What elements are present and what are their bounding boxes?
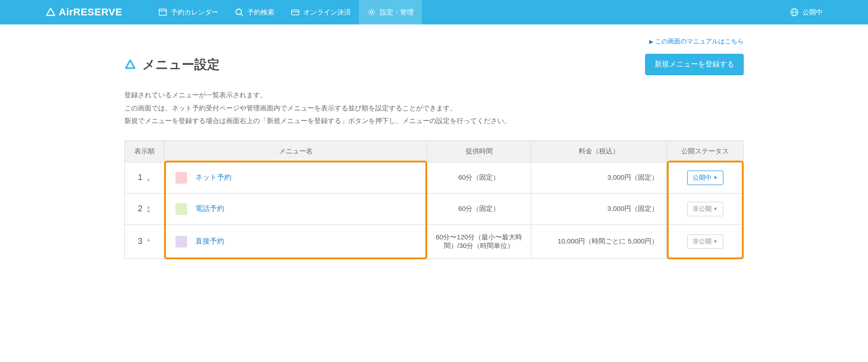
status-dropdown[interactable]: 非公開▼ xyxy=(687,202,723,216)
manual-link[interactable]: ▶ この画面のマニュアルはこちら xyxy=(649,38,744,46)
desc-line-3: 新規でメニューを登録する場合は画面右上の「新規メニューを登録する」ボタンを押下し… xyxy=(124,114,744,128)
search-icon xyxy=(235,8,244,17)
nav-settings-label: 設定・管理 xyxy=(380,8,414,17)
color-swatch xyxy=(175,236,187,248)
cell-time: 60分（固定） xyxy=(427,193,531,224)
cell-status: 非公開▼ xyxy=(667,193,744,224)
sort-arrows: ▲▼ xyxy=(146,173,151,182)
order-number: 3 xyxy=(138,237,142,246)
svg-rect-4 xyxy=(292,10,299,15)
th-name: メニュー名 xyxy=(165,140,427,162)
sort-arrows: ▲▼ xyxy=(146,205,151,214)
nav-search[interactable]: 予約検索 xyxy=(226,0,283,24)
cell-price: 10,000円（時間ごとに 5,000円） xyxy=(531,224,667,258)
status-label: 非公開 xyxy=(693,238,712,246)
chevron-down-icon: ▼ xyxy=(713,175,718,180)
order-number: 1 xyxy=(138,173,142,182)
sort-down-icon[interactable]: ▼ xyxy=(146,178,151,182)
nav-payment-label: オンライン決済 xyxy=(303,8,351,17)
play-icon: ▶ xyxy=(649,38,653,45)
page-title: メニュー設定 xyxy=(124,56,220,73)
status-label: 公開中 xyxy=(693,174,712,182)
publish-status-label: 公開中 xyxy=(802,8,823,17)
svg-point-2 xyxy=(236,9,241,14)
new-menu-button[interactable]: 新規メニューを登録する xyxy=(645,54,744,75)
sort-arrows: ▲▼ xyxy=(146,237,151,246)
chevron-down-icon: ▼ xyxy=(713,206,718,211)
th-status: 公開ステータス xyxy=(667,140,744,162)
sort-up-icon[interactable]: ▲ xyxy=(146,205,151,209)
cell-price: 3,000円（固定） xyxy=(531,193,667,224)
menu-table: 表示順 メニュー名 提供時間 料金（税込） 公開ステータス 1▲▼ネット予約60… xyxy=(124,140,744,259)
nav-calendar[interactable]: 予約カレンダー xyxy=(150,0,226,24)
sort-up-icon[interactable]: ▲ xyxy=(146,237,151,242)
title-logo-icon xyxy=(124,59,136,71)
page-title-text: メニュー設定 xyxy=(142,56,220,73)
cell-price: 3,000円（固定） xyxy=(531,162,667,193)
svg-line-3 xyxy=(241,14,243,16)
nav-calendar-label: 予約カレンダー xyxy=(171,8,218,17)
nav-settings[interactable]: 設定・管理 xyxy=(359,0,422,24)
brand-name: AirRESERVE xyxy=(59,6,122,18)
cell-status: 公開中▼ xyxy=(667,162,744,193)
desc-line-2: この画面では、ネット予約受付ページや管理画面内でメニューを表示する並び順を設定す… xyxy=(124,102,744,115)
brand-logo[interactable]: AirRESERVE xyxy=(0,0,132,24)
brand-logo-icon xyxy=(45,7,56,18)
table-row: 1▲▼ネット予約60分（固定）3,000円（固定）公開中▼ xyxy=(125,162,744,193)
th-order: 表示順 xyxy=(125,140,165,162)
cell-order: 3▲▼ xyxy=(125,224,165,258)
menu-name-link[interactable]: ネット予約 xyxy=(195,173,231,182)
cell-order: 1▲▼ xyxy=(125,162,165,193)
page-content: ▶ この画面のマニュアルはこちら メニュー設定 新規メニューを登録する 登録され… xyxy=(124,24,744,277)
title-row: メニュー設定 新規メニューを登録する xyxy=(124,54,744,75)
publish-status[interactable]: 公開中 xyxy=(782,0,868,24)
globe-icon xyxy=(790,8,799,17)
table-row: 2▲▼電話予約60分（固定）3,000円（固定）非公開▼ xyxy=(125,193,744,224)
color-swatch xyxy=(175,172,187,184)
cell-order: 2▲▼ xyxy=(125,193,165,224)
main-nav: 予約カレンダー 予約検索 オンライン決済 設定・管理 xyxy=(150,0,422,24)
th-price: 料金（税込） xyxy=(531,140,667,162)
nav-payment[interactable]: オンライン決済 xyxy=(283,0,359,24)
order-number: 2 xyxy=(138,204,142,214)
cell-name: ネット予約 xyxy=(165,162,427,193)
cell-time: 60分（固定） xyxy=(427,162,531,193)
nav-search-label: 予約検索 xyxy=(247,8,274,17)
page-description: 登録されているメニューが一覧表示されます。 この画面では、ネット予約受付ページや… xyxy=(124,89,744,128)
cell-status: 非公開▼ xyxy=(667,224,744,258)
sort-down-icon[interactable]: ▼ xyxy=(146,209,151,214)
manual-link-label: この画面のマニュアルはこちら xyxy=(655,38,744,46)
chevron-down-icon: ▼ xyxy=(713,239,718,244)
new-menu-button-label: 新規メニューを登録する xyxy=(655,60,734,68)
color-swatch xyxy=(175,203,187,215)
calendar-icon xyxy=(158,8,167,17)
status-dropdown[interactable]: 非公開▼ xyxy=(687,234,723,249)
status-dropdown[interactable]: 公開中▼ xyxy=(687,171,723,185)
menu-name-link[interactable]: 電話予約 xyxy=(195,204,224,214)
gear-icon xyxy=(367,8,376,17)
svg-rect-0 xyxy=(159,9,166,15)
table-row: 3▲▼直接予約60分〜120分（最小〜最大時間）/30分（時間単位）10,000… xyxy=(125,224,744,258)
manual-link-row: ▶ この画面のマニュアルはこちら xyxy=(124,24,744,54)
status-label: 非公開 xyxy=(693,205,712,213)
th-time: 提供時間 xyxy=(427,140,531,162)
desc-line-1: 登録されているメニューが一覧表示されます。 xyxy=(124,89,744,102)
top-nav-bar: AirRESERVE 予約カレンダー 予約検索 オンライン決済 設定・管理 公開… xyxy=(0,0,868,24)
menu-table-wrap: 表示順 メニュー名 提供時間 料金（税込） 公開ステータス 1▲▼ネット予約60… xyxy=(124,140,744,259)
svg-point-6 xyxy=(370,11,373,14)
cell-name: 電話予約 xyxy=(165,193,427,224)
cell-name: 直接予約 xyxy=(165,224,427,258)
cell-time: 60分〜120分（最小〜最大時間）/30分（時間単位） xyxy=(427,224,531,258)
menu-name-link[interactable]: 直接予約 xyxy=(195,237,224,246)
card-icon xyxy=(291,8,300,17)
